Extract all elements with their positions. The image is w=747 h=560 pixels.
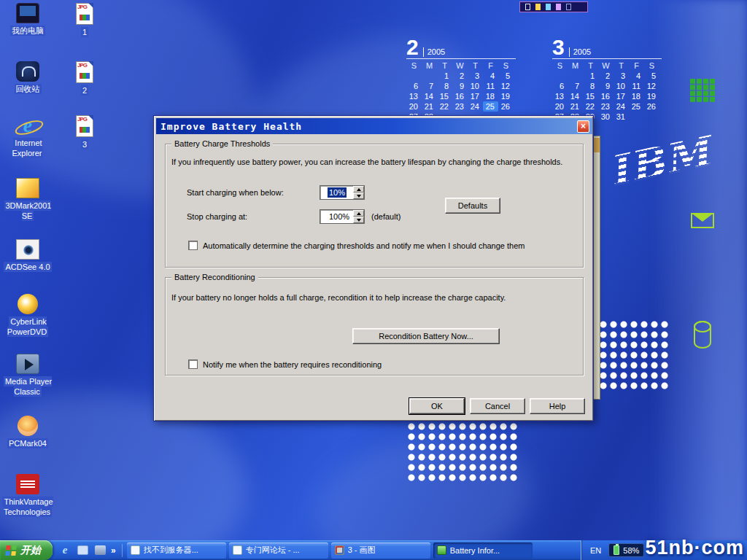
mini-toolbar-icon[interactable] — [535, 4, 541, 10]
calendar-day: 12 — [498, 81, 514, 91]
calendar-day: 13 — [552, 91, 568, 101]
calendar-grid: SMTWTFS123456789101112131415161718192021… — [406, 61, 516, 122]
jpg-file-icon: JPG — [76, 61, 93, 83]
taskbar-task-paint[interactable]: 3 - 画图 — [331, 542, 430, 559]
desktop-icon-threedmark[interactable]: 3DMark2001 SE — [1, 178, 54, 221]
jpg-badge: JPG — [77, 62, 87, 69]
calendar-day: 18 — [483, 91, 498, 101]
taskbar-task-battery-info[interactable]: Battery Infor... — [433, 542, 533, 559]
calendar-day-empty — [422, 71, 437, 81]
calendar-day-empty — [406, 71, 422, 81]
defaults-button[interactable]: Defaults — [445, 198, 500, 214]
desktop-icon-label: 我的电脑 — [10, 26, 45, 36]
spin-down-icon[interactable] — [353, 192, 364, 199]
stop-charge-spinner[interactable]: 100% — [320, 209, 365, 224]
recondition-battery-button[interactable]: Recondition Battery Now... — [352, 328, 500, 344]
thinkvantage-icon — [16, 474, 39, 494]
spin-down-icon[interactable] — [353, 217, 364, 223]
mini-toolbar-icon[interactable] — [525, 4, 530, 10]
ok-button[interactable]: OK — [409, 398, 465, 414]
calendar-day-empty — [644, 112, 659, 122]
desktop-icon-label: ACDSee 4.0 — [4, 262, 51, 272]
dialog-titlebar[interactable]: Improve Battery Health × — [156, 118, 592, 134]
desktop-icon-jpg-2[interactable]: JPG2 — [58, 61, 111, 96]
help-button[interactable]: Help — [530, 398, 585, 414]
calendar-month-header: 22005 — [406, 38, 516, 59]
desktop-icon-mpc[interactable]: Media Player Classic — [1, 354, 54, 397]
reconditioning-description: If your battery no longer holds a full c… — [171, 293, 506, 302]
mini-toolbar-icon[interactable] — [566, 4, 571, 10]
calendar-day-header: W — [452, 61, 468, 71]
mini-toolbar-icon[interactable] — [556, 4, 561, 10]
spin-up-icon[interactable] — [353, 210, 364, 217]
desktop-icon-acdsee[interactable]: ACDSee 4.0 — [1, 239, 54, 272]
start-charge-spinner[interactable]: 10% — [320, 185, 365, 200]
quick-launch: e » — [53, 544, 123, 557]
calendar-day: 7 — [422, 81, 437, 91]
spin-up-icon[interactable] — [353, 186, 364, 192]
language-indicator[interactable]: EN — [590, 546, 601, 555]
desktop-icon-thinkvantage[interactable]: ThinkVantage Technologies — [1, 474, 54, 517]
desktop-icon-label: Internet Explorer — [12, 138, 44, 158]
calendar-day: 5 — [498, 71, 514, 81]
calendar-day: 25 — [483, 101, 498, 112]
jpg-file-icon: JPG — [76, 115, 93, 137]
calendar-day: 26 — [644, 101, 659, 112]
calendar-day-header: S — [498, 61, 514, 71]
mini-toolbar[interactable] — [519, 1, 588, 12]
calendar-day: 19 — [498, 91, 514, 101]
thresholds-description: If you infrequently use battery power, y… — [171, 158, 562, 166]
paint-task-icon — [335, 545, 344, 555]
calendar-day: 13 — [406, 91, 422, 101]
desktop-icon-jpg-1[interactable]: JPG1 — [58, 3, 111, 37]
calendar-day-header: F — [629, 61, 644, 71]
desktop-icon-powerdvd[interactable]: CyberLink PowerDVD — [1, 294, 54, 337]
desktop-icon-recycle-bin[interactable]: 回收站 — [1, 61, 54, 94]
internet-explorer-icon: e — [16, 115, 39, 136]
checkbox-icon[interactable] — [188, 241, 198, 250]
taskbar-task-label: Battery Infor... — [450, 546, 500, 555]
desktop-icon-label: 3DMark2001 SE — [4, 201, 52, 221]
media-player-quicklaunch-icon[interactable] — [95, 545, 106, 555]
battery-indicator[interactable]: 58% — [608, 543, 644, 557]
checkbox-label: Automatically determine the charging thr… — [203, 241, 525, 250]
calendar-day: 17 — [614, 91, 629, 101]
recycle-bin-icon — [16, 61, 39, 82]
mini-toolbar-icon[interactable] — [546, 4, 551, 10]
cancel-button[interactable]: Cancel — [470, 398, 525, 414]
taskbar-task-label: 专门网论坛 - ... — [246, 545, 300, 556]
start-button[interactable]: 开始 — [0, 540, 53, 560]
desktop-icon-internet-explorer[interactable]: eInternet Explorer — [1, 115, 54, 158]
wallpaper-grid-icon — [690, 79, 715, 102]
calendar-day: 7 — [568, 81, 583, 91]
calendar-day: 16 — [598, 91, 614, 101]
auto-determine-checkbox-row[interactable]: Automatically determine the charging thr… — [188, 241, 525, 250]
calendar-day: 21 — [422, 101, 437, 112]
taskbar-tasks: 找不到服务器...专门网论坛 - ...3 - 画图Battery Infor.… — [123, 542, 534, 559]
desktop-icon-my-computer[interactable]: 我的电脑 — [1, 3, 54, 36]
taskbar-task-server-not-found[interactable]: 找不到服务器... — [127, 542, 226, 559]
calendar-day-header: T — [614, 61, 629, 71]
stop-charge-value[interactable]: 100% — [320, 210, 353, 223]
group-legend: Battery Reconditioning — [171, 273, 258, 281]
show-desktop-icon[interactable] — [77, 545, 88, 555]
calendar-day: 23 — [452, 101, 468, 112]
quicklaunch-overflow-chevron[interactable]: » — [111, 545, 116, 556]
taskbar-task-forum[interactable]: 专门网论坛 - ... — [229, 542, 328, 559]
calendar-day: 10 — [614, 81, 629, 91]
ie-quicklaunch-icon[interactable]: e — [58, 544, 71, 557]
calendar-day-empty — [568, 71, 583, 81]
close-button[interactable]: × — [577, 120, 589, 133]
desktop: IBM 我的电脑回收站eInternet Explorer3DMark2001 … — [0, 0, 747, 560]
desktop-icon-pcmark[interactable]: PCMark04 — [1, 416, 54, 448]
desktop-icon-jpg-3[interactable]: JPG3 — [58, 115, 111, 149]
calendar-day: 12 — [644, 81, 659, 91]
notify-reconditioning-checkbox-row[interactable]: Notify me when the battery requires reco… — [188, 359, 382, 369]
spinner-arrows — [353, 186, 364, 199]
start-charge-value[interactable]: 10% — [328, 187, 347, 198]
calendar-day: 2 — [452, 71, 468, 81]
calendar-day-header: T — [583, 61, 598, 71]
checkbox-icon[interactable] — [188, 359, 198, 369]
calendar-day: 4 — [629, 71, 644, 81]
calendar-day: 20 — [406, 101, 422, 112]
